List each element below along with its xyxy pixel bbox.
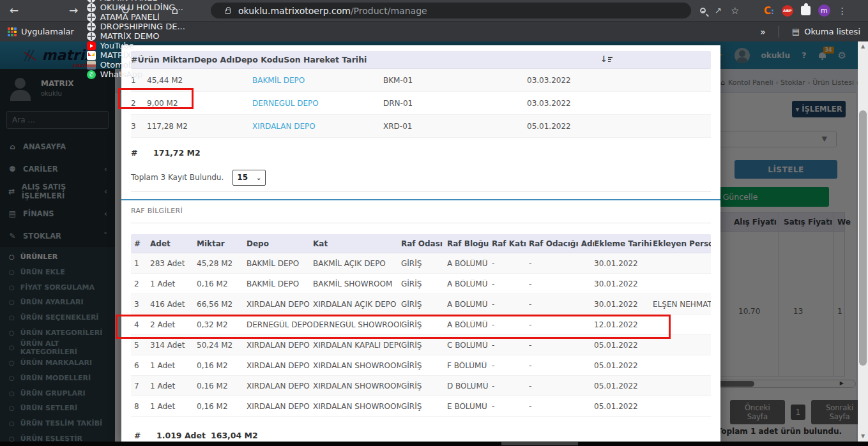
bookmarks-overflow-chevron[interactable]: » [760,27,766,37]
cell-raf-blogu: D BÖLÜMÜ [447,382,492,390]
raf-table-row: 6 1 Adet 0,16 M2 XIRDALAN DEPO XIRDALAN … [131,355,711,376]
panel-accent-line [121,199,720,200]
zoom-icon[interactable] [700,8,706,13]
depot-table-row: 3 117,28 M2 XIRDALAN DEPO XRD-01 05.01.2… [131,115,711,138]
cell-adet: 1 Adet [150,361,197,370]
raf-column-header[interactable]: Depo [247,239,313,248]
raf-column-header[interactable]: Ekleyen Personel [653,239,711,248]
bookmark-item[interactable]: Otomobil [87,60,185,70]
bookmark-item[interactable]: WhatsApp [87,70,185,79]
cell-index: 7 [134,382,150,390]
reading-list-button[interactable]: ▤ Okuma listesi [792,27,860,36]
bookmark-item[interactable]: MATRİX MAİL [87,50,185,60]
cell-raf-kati: - [492,402,529,411]
cell-raf-odasi: GİRİŞ [401,361,447,370]
profile-avatar[interactable]: m [818,4,830,17]
cell-raf-odacigi: - [529,402,594,411]
cell-index: 2 [134,279,150,288]
extensions-puzzle-icon[interactable] [801,6,811,15]
bookmark-item[interactable]: OKUKLU HOLDİNG... [87,3,185,12]
bookmarks-bar: Uygulamalar ADMİN PANEL OKUKLU HOLDİNG..… [0,21,868,41]
vertical-scrollbar-thumb[interactable] [859,110,867,366]
vertical-scrollbar[interactable]: ▲ ▼ [858,41,868,442]
raf-column-header[interactable]: Raf Bloğu [447,239,492,248]
scroll-down-arrow-icon[interactable]: ▼ [858,431,868,442]
raf-table-row: 3 416 Adet 66,56 M2 XIRDALAN DEPO XIRDAL… [131,294,711,315]
raf-section-title: RAF BİLGİLERİ [131,207,711,217]
cell-kat: XIRDALAN SHOWROOM [313,402,401,411]
raf-column-header[interactable]: Raf Katı [492,239,529,248]
cell-index: 3 [134,300,150,309]
cell-depo: BAKMİL DEPO [247,279,313,288]
cell-raf-kati: - [492,361,529,370]
back-icon[interactable]: ← [6,3,22,19]
bookmark-item[interactable]: YouTube [87,41,185,50]
cell-depo-kodu: DRN-01 [383,99,527,108]
reading-list-icon: ▤ [792,27,800,36]
raf-column-header[interactable]: Adet [150,239,197,248]
bookmark-apps[interactable]: Uygulamalar [8,27,74,36]
url-text[interactable]: okuklu.matrixotoerp.com/Product/manage [238,6,427,16]
depot-total-row: # 171,72 M2 [131,145,711,160]
raf-column-header[interactable]: # [134,239,150,248]
cell-raf-kati: - [492,382,529,390]
bookmark-favicon [87,70,96,79]
cell-index: 3 [131,122,147,131]
browser-menu-icon[interactable]: ⋮ [838,6,847,16]
cell-miktar: 0,16 M2 [197,279,247,288]
cell-raf-odacigi: - [529,382,594,390]
depot-table: #Ürün MiktarıDepo AdıDepo KoduSon Hareke… [131,51,711,192]
cell-index: 1 [134,259,150,268]
raf-column-header[interactable]: Raf Odası [401,239,447,248]
forward-icon[interactable]: → [65,3,82,19]
adblock-icon[interactable]: ABP [782,5,793,17]
bookmark-label: Uygulamalar [21,27,74,36]
cell-son-hareket: 03.03.2022 [527,76,711,85]
page-size-select[interactable]: 15 ⌄ [232,170,266,186]
raf-column-header[interactable]: Ekleme Tarihi [594,239,653,248]
depot-column-header[interactable]: Son Hareket Tarihi [284,55,367,64]
bookmark-item[interactable]: MATRİX DEMO [87,31,185,41]
share-icon[interactable]: ↗ [715,6,722,15]
cell-depo: XIRDALAN DEPO [247,341,313,350]
depot-column-header[interactable]: Depo Kodu [235,55,284,64]
cell-adet: 1 Adet [150,382,197,390]
screen: ← → ↻ ⌂ okuklu.matrixotoerp.com/Product/… [0,0,868,446]
cell-adet: 314 Adet [150,341,197,350]
cell-kat: BAKMİL AÇIK DEPO [313,259,401,268]
sort-desc-icon[interactable]: ↓ [600,54,706,64]
bookmark-star-icon[interactable]: ☆ [731,5,739,17]
cell-kat: BAKMİL SHOWROOM [313,279,401,288]
depot-table-header: #Ürün MiktarıDepo AdıDepo KoduSon Hareke… [131,51,711,69]
depot-table-row: 1 45,44 M2 BAKMİL DEPO BKM-01 03.03.2022 [131,69,711,92]
bottom-scroll-strip[interactable] [0,442,868,446]
cell-raf-odacigi: - [529,361,594,370]
cell-miktar: 0,16 M2 [197,361,247,370]
record-count-row: Toplam 3 Kayıt Bulundu. 15 ⌄ [131,168,711,186]
depot-detail-modal: #Ürün MiktarıDepo AdıDepo KoduSon Hareke… [121,45,720,442]
cell-depo: XIRDALAN DEPO [247,300,313,309]
cell-raf-odacigi: - [529,300,594,309]
extension-c-icon[interactable]: C: [764,5,774,17]
bottom-scrollbar-thumb[interactable] [501,442,578,445]
bookmark-label: WhatsApp [100,70,142,79]
scroll-up-arrow-icon[interactable]: ▲ [858,41,868,52]
bookmark-favicon [87,0,96,3]
depot-total-value: 171,72 M2 [153,148,201,158]
bookmark-item[interactable]: ATAMA PANELİ [87,12,185,22]
cell-miktar: 66,56 M2 [197,300,247,309]
cell-depo-adi-link[interactable]: XIRDALAN DEPO [252,122,383,131]
depot-column-header[interactable]: Depo Adı [194,55,235,64]
cell-depo-adi-link[interactable]: BAKMİL DEPO [252,76,383,85]
raf-table-row: 8 1 Adet 0,16 M2 XIRDALAN DEPO XIRDALAN … [131,396,711,417]
divider [131,223,711,223]
cell-ekleme-tarihi: 30.01.2022 [594,300,653,309]
browser-chrome: ← → ↻ ⌂ okuklu.matrixotoerp.com/Product/… [0,0,868,41]
cell-depo-adi-link[interactable]: DERNEGÜL DEPO [252,99,383,108]
raf-column-header[interactable]: Raf Odacığı Adı [529,239,594,248]
bookmark-favicon [87,41,96,50]
raf-column-header[interactable]: Miktar [197,239,247,248]
raf-column-header[interactable]: Kat [313,239,401,248]
bookmark-item[interactable]: DROPSHIPPING DE... [87,22,185,31]
address-bar[interactable]: okuklu.matrixotoerp.com/Product/manage [211,3,691,19]
